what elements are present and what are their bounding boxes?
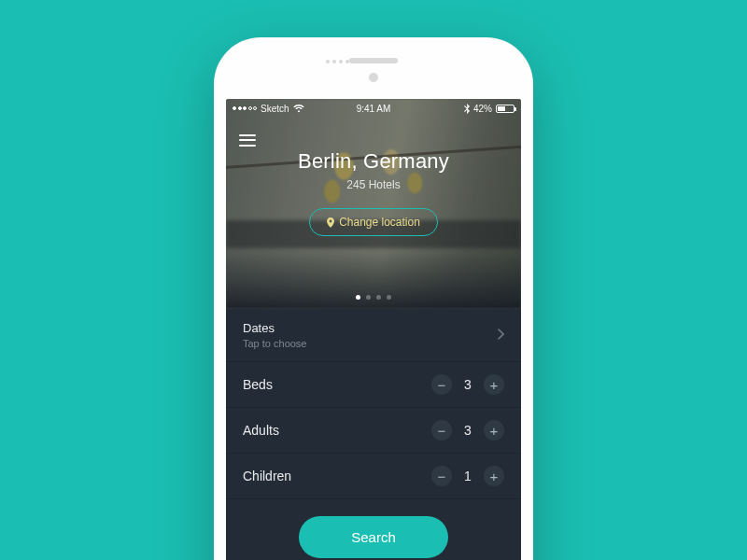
beds-label: Beds [243,377,273,392]
dates-hint: Tap to choose [243,338,307,349]
search-form-panel: Dates Tap to choose Beds − 3 + Adults − [226,309,521,560]
children-stepper: − 1 + [431,466,504,486]
menu-icon[interactable] [239,131,256,149]
location-title: Berlin, Germany [298,149,449,174]
chevron-right-icon [498,327,504,343]
hero-header: Berlin, Germany 245 Hotels Change locati… [226,99,521,309]
children-value: 1 [461,469,474,483]
children-increment-button[interactable]: + [484,466,504,486]
location-pin-icon [327,217,334,228]
status-bar: Sketch 9:41 AM 42% [226,99,521,118]
adults-decrement-button[interactable]: − [431,420,452,441]
children-label: Children [243,469,291,483]
beds-decrement-button[interactable]: − [431,374,452,395]
beds-row: Beds − 3 + [226,362,521,408]
children-row: Children − 1 + [226,454,521,499]
battery-icon [496,105,514,113]
search-button[interactable]: Search [299,516,448,558]
adults-stepper: − 3 + [431,420,504,441]
change-location-button[interactable]: Change location [309,208,438,236]
dates-label: Dates [243,321,307,335]
adults-label: Adults [243,423,279,438]
app-screen: Sketch 9:41 AM 42% Be [226,99,521,560]
adults-row: Adults − 3 + [226,408,521,454]
children-decrement-button[interactable]: − [431,466,452,486]
beds-increment-button[interactable]: + [484,374,504,395]
change-location-label: Change location [339,216,420,229]
beds-value: 3 [461,377,474,392]
beds-stepper: − 3 + [431,374,504,395]
adults-increment-button[interactable]: + [484,420,504,441]
dates-row[interactable]: Dates Tap to choose [226,309,521,362]
page-indicator [226,295,521,300]
clock: 9:41 AM [226,104,521,114]
hotels-count: 245 Hotels [346,178,400,191]
adults-value: 3 [461,423,474,438]
phone-device-frame: Sketch 9:41 AM 42% Be [214,37,533,560]
